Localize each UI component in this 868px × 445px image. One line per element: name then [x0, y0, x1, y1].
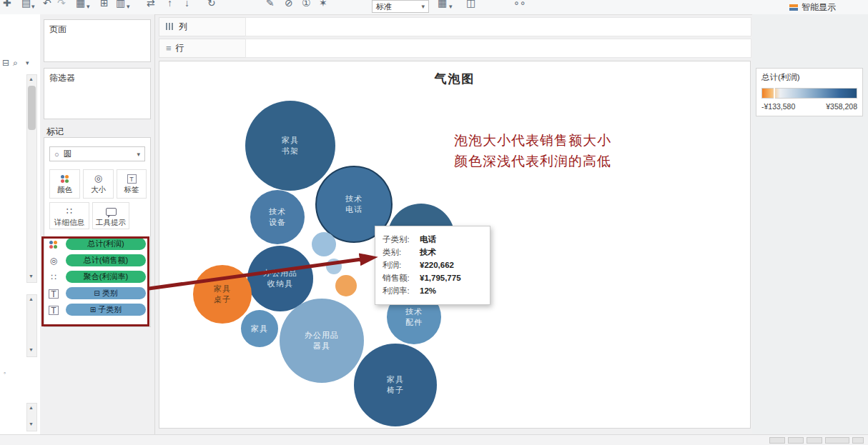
statusbar-control[interactable]: [788, 437, 804, 444]
label-button[interactable]: T 标签: [117, 169, 147, 199]
color-button[interactable]: 颜色: [49, 169, 80, 199]
pill-row: ◎总计(销售额): [44, 253, 152, 269]
size-button[interactable]: ◎ 大小: [83, 169, 114, 199]
new-worksheet-icon[interactable]: ▦: [76, 0, 85, 8]
marks-title: 标记: [46, 126, 64, 138]
search-icon[interactable]: ⌕: [13, 59, 18, 67]
columns-shelf-label: 列: [179, 21, 187, 33]
tooltip-row-value: 技术: [420, 247, 436, 258]
profit-gradient[interactable]: [761, 88, 857, 99]
refresh-icon[interactable]: ↻: [207, 0, 216, 8]
tooltip-row-label: 利润率:: [383, 286, 420, 296]
tooltip-row-label: 子类别:: [383, 234, 420, 245]
fit-dropdown-value: 标准: [376, 1, 392, 12]
scroll-down-icon[interactable]: ▼: [29, 274, 34, 279]
bubble-furniture-chair[interactable]: 家具椅子: [354, 344, 437, 426]
pill-row: ∷聚合(利润率): [44, 269, 152, 286]
pane-menu-caret[interactable]: ▾: [26, 60, 29, 66]
bubble-tech-equipment[interactable]: 技术设备: [250, 190, 305, 244]
tooltip-row-value: ¥220,662: [420, 260, 454, 271]
rows-shelf-area[interactable]: [245, 39, 751, 58]
filters-card[interactable]: 筛选器: [44, 68, 151, 119]
scroll-up-icon-2[interactable]: ▲: [29, 296, 34, 301]
redo-icon[interactable]: ↷: [57, 0, 66, 8]
undo-icon[interactable]: ↶: [43, 0, 51, 8]
pill-row: 总计(利润): [44, 236, 152, 253]
data-pane-icon[interactable]: ⊟: [2, 59, 9, 67]
pill-sales[interactable]: 总计(销售额): [66, 254, 146, 266]
label-icon: T: [127, 174, 137, 184]
bubble-small-orange[interactable]: [335, 275, 357, 296]
statusbar-control[interactable]: [852, 437, 864, 444]
clear-sheet-caret[interactable]: ▾: [127, 4, 130, 10]
pill-label: 总计(销售额): [84, 255, 128, 266]
presentation-mode-icon[interactable]: ◫: [466, 0, 475, 8]
pill-list: 总计(利润)◎总计(销售额)∷聚合(利润率)T⊟类别T⊞子类别: [44, 236, 152, 319]
viz-canvas[interactable]: 气泡图 家具书架技术电话技术设备办公用品收纳具家具桌子家具办公用品器具技术配件家…: [159, 61, 751, 429]
new-worksheet-caret[interactable]: ▾: [87, 4, 90, 10]
color-legend-card[interactable]: 总计(利润) -¥133,580 ¥358,208: [756, 68, 863, 116]
pill-row: T⊞子类别: [44, 302, 152, 319]
bubble-office-storage[interactable]: 办公用品收纳具: [247, 246, 313, 311]
mark-type-value: 圆: [64, 149, 72, 159]
pane-dot-icon[interactable]: ◦: [4, 370, 6, 376]
statusbar-control[interactable]: [825, 437, 849, 444]
share-icon[interactable]: ∘∘: [513, 0, 526, 8]
pages-card[interactable]: 页面: [44, 19, 151, 62]
columns-shelf: 列: [159, 17, 751, 36]
statusbar-control[interactable]: [769, 437, 785, 444]
data-source-icon[interactable]: ▤: [21, 0, 31, 8]
bubble-small-blue-2[interactable]: [326, 259, 342, 274]
toolbar: 标准 ▾ 智能显示 ✚▤▾↶↷▦▾⊞▥▾⇄↑↓↻✎⊘①✶▦▾◫∘∘: [0, 0, 868, 15]
tooltip-row-label: 类别:: [383, 247, 420, 258]
detail-shelf-icon: ∷: [49, 273, 59, 282]
bubble-office-appliance[interactable]: 办公用品器具: [280, 299, 364, 383]
clear-sheet-icon[interactable]: ▥: [116, 0, 125, 8]
mark-type-dropdown[interactable]: ○ 圆 ▾: [49, 146, 145, 161]
size-shelf-icon: ◎: [49, 256, 59, 266]
data-source-caret[interactable]: ▾: [31, 4, 35, 10]
marks-card: ○ 圆 ▾ 颜色 ◎ 大小 T 标签 ∷ 详细信息 工具提示 总计(利润)◎总计…: [44, 137, 151, 327]
scroll-up-icon-3[interactable]: ▲: [29, 405, 34, 410]
fix-axes-icon[interactable]: ✶: [319, 0, 327, 8]
hierarchy-icon[interactable]: ⊟: [94, 290, 99, 297]
chevron-down-icon: ▾: [137, 151, 140, 158]
scroll-up-icon[interactable]: ▲: [29, 76, 34, 81]
legend-zero-marker: [774, 88, 775, 99]
group-members-icon[interactable]: ⊘: [285, 0, 293, 8]
duplicate-sheet-icon[interactable]: ⊞: [100, 0, 109, 8]
show-hide-cards-caret[interactable]: ▾: [449, 4, 453, 10]
fit-axes-icon[interactable]: ①: [302, 0, 311, 8]
tooltip-button[interactable]: 工具提示: [92, 202, 129, 229]
pill-subcategory[interactable]: ⊞子类别: [66, 304, 146, 316]
columns-shelf-area[interactable]: [245, 17, 751, 36]
sort-ascending-icon[interactable]: ↑: [167, 0, 172, 8]
bubble-furniture-misc[interactable]: 家具: [241, 310, 278, 347]
swap-axes-icon[interactable]: ⇄: [147, 0, 155, 8]
pill-label: 子类别: [98, 304, 122, 315]
show-me-button[interactable]: 智能显示: [789, 1, 836, 14]
pill-category[interactable]: ⊟类别: [66, 287, 146, 299]
detail-button[interactable]: ∷ 详细信息: [49, 202, 89, 229]
pill-label: 聚合(利润率): [84, 271, 128, 282]
text-shelf-icon: T: [49, 306, 59, 315]
scroll-down-icon-2[interactable]: ▼: [29, 347, 34, 352]
show-hide-cards-icon[interactable]: ▦: [438, 0, 447, 8]
tooltip-icon: [106, 208, 117, 216]
pill-profit[interactable]: 总计(利润): [66, 238, 146, 250]
tooltip-row-label: 利润:: [383, 260, 420, 271]
rail-scrollbar-thumb[interactable]: [28, 86, 36, 130]
bubble-small-blue-1[interactable]: [312, 232, 336, 256]
fit-dropdown[interactable]: 标准 ▾: [372, 0, 429, 13]
pill-profit-ratio[interactable]: 聚合(利润率): [66, 271, 146, 283]
columns-shelf-head: 列: [159, 17, 246, 36]
statusbar-control[interactable]: [807, 437, 822, 444]
bubble-furniture-bookcase[interactable]: 家具书架: [245, 101, 335, 191]
text-shelf-icon: T: [49, 289, 59, 299]
bubble-furniture-table[interactable]: 家具桌子: [193, 265, 252, 324]
new-data-icon[interactable]: ✚: [3, 0, 11, 8]
hierarchy-icon[interactable]: ⊞: [90, 306, 96, 314]
scroll-down-icon-3[interactable]: ▼: [29, 421, 34, 426]
sort-descending-icon[interactable]: ↓: [184, 0, 189, 8]
highlight-icon[interactable]: ✎: [266, 0, 275, 8]
